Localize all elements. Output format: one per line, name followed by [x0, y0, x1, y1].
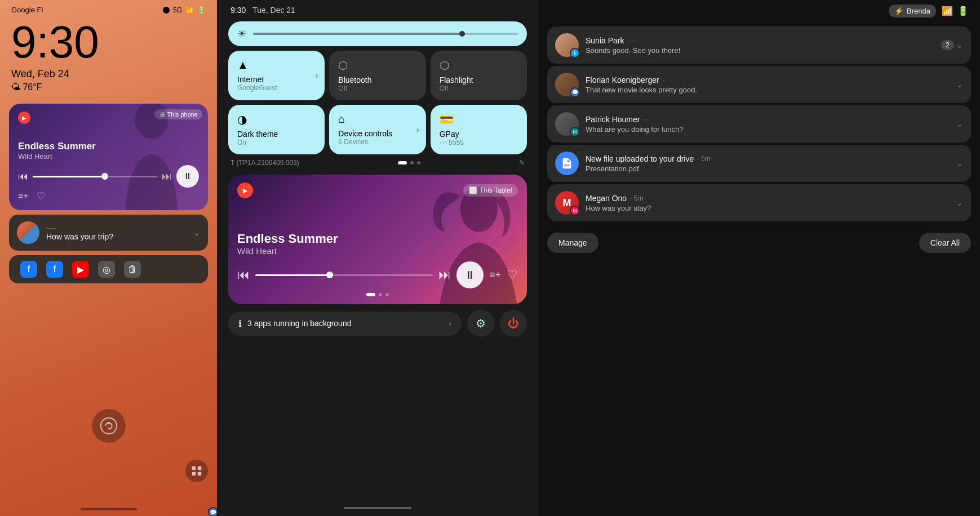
- expand-chevron-icon: ⌄: [956, 80, 963, 89]
- music-actions: ≡+ ♡: [18, 190, 199, 202]
- phone-notification-card[interactable]: 💬 ····· How was your trip? ⌄: [9, 215, 208, 251]
- like-icon[interactable]: ♡: [37, 190, 46, 202]
- brightness-thumb[interactable]: [459, 31, 465, 37]
- qs-time-date: 9:30 Tue, Dec 21: [230, 6, 295, 15]
- next-track-icon[interactable]: ⏭: [162, 171, 172, 183]
- qs-media-progress-bar[interactable]: [255, 274, 433, 276]
- sunia-message: Sounds good. See you there!: [586, 46, 934, 55]
- phone-status-icons: 5G 📶 🔋: [163, 6, 206, 14]
- media-dot-2: [379, 293, 382, 296]
- queue-icon[interactable]: ≡+: [18, 191, 29, 201]
- background-apps-button[interactable]: ℹ 3 apps running in background ›: [228, 312, 462, 336]
- tile-flashlight-label: Flashlight: [440, 75, 518, 84]
- tile-internet-label: Internet: [237, 75, 316, 84]
- phone-home-indicator: [81, 508, 137, 510]
- sunia-notif-body: Sunia Park ····· Sounds good. See you th…: [586, 36, 934, 55]
- tablet-icon: ⬜: [469, 186, 477, 194]
- megan-expand[interactable]: ⌄: [956, 198, 963, 207]
- brightness-track: [253, 33, 518, 35]
- music-app-icon: ▶: [18, 112, 30, 124]
- tile-dark-label: Dark theme: [237, 130, 316, 139]
- notification-item[interactable]: t Sunia Park ····· Sounds good. See you …: [547, 26, 971, 64]
- brightness-icon: ☀: [237, 28, 246, 40]
- power-button[interactable]: ⏻: [500, 310, 527, 337]
- edit-icon[interactable]: ✎: [519, 159, 525, 167]
- patrick-notif-body: Patrick Houmer ··· What are you doing fo…: [586, 115, 950, 134]
- tile-devices-sub: 6 Devices: [338, 138, 416, 146]
- dock-messages-icon[interactable]: ◎: [98, 261, 115, 278]
- fingerprint-sensor[interactable]: [92, 409, 126, 443]
- music-progress-bar[interactable]: [33, 176, 157, 177]
- notification-item[interactable]: M M Megan Ono · 5m How was your stay? ⌄: [547, 184, 971, 221]
- phone-carrier: Google Fi: [11, 6, 43, 14]
- qs-next-icon[interactable]: ⏭: [438, 268, 451, 282]
- manage-button[interactable]: Manage: [547, 233, 598, 253]
- notification-item[interactable]: 💬 Florian Koenigberger ·· That new movie…: [547, 66, 971, 103]
- device-controls-icon: ⌂: [338, 113, 416, 126]
- patrick-name: Patrick Houmer: [586, 115, 640, 124]
- qs-progress-fill: [255, 274, 326, 276]
- dot-2: [410, 161, 414, 164]
- media-dot-1: [366, 293, 375, 296]
- dock-trash-icon[interactable]: 🗑: [124, 261, 141, 278]
- tile-gpay-label: GPay: [440, 130, 518, 139]
- dock-youtube-icon[interactable]: ▶: [72, 261, 89, 278]
- bg-apps-label: 3 apps running in background: [247, 319, 351, 328]
- dark-theme-icon: ◑: [237, 113, 316, 126]
- qs-media-card[interactable]: ▶ ⬜ This Tablet Endless Summer Wild Hear…: [228, 175, 527, 304]
- wifi-icon: 📶: [942, 6, 953, 16]
- qs-queue-icon[interactable]: ≡+: [489, 269, 501, 281]
- expand-chevron-icon: ⌄: [956, 41, 963, 50]
- svg-rect-1: [192, 466, 196, 470]
- qs-media-song-artist: Wild Heart: [237, 246, 518, 256]
- info-icon: ℹ: [238, 318, 242, 329]
- drive-expand[interactable]: ⌄: [956, 159, 963, 168]
- clear-all-button[interactable]: Clear All: [919, 233, 971, 253]
- drive-message: Presentation.pdf: [586, 164, 950, 173]
- expand-chevron-icon: ⌄: [956, 198, 963, 207]
- signal-icon: 📶: [185, 6, 194, 14]
- media-dot-3: [385, 293, 389, 296]
- sunia-count-badge: 2: [941, 40, 954, 50]
- notification-item[interactable]: M Patrick Houmer ··· What are you doing …: [547, 105, 971, 143]
- bluetooth-icon: ⬡: [338, 59, 416, 72]
- qs-tile-flashlight[interactable]: ⬡ Flashlight Off: [431, 51, 527, 100]
- qs-tile-internet[interactable]: ▲ Internet GoogleGuest ›: [228, 51, 325, 100]
- notification-item[interactable]: New file uploaded to your drive · 5m Pre…: [547, 145, 971, 182]
- notifications-actions: Manage Clear All: [538, 226, 980, 257]
- qs-tile-device-controls[interactable]: ⌂ Device controls 6 Devices ›: [329, 105, 425, 154]
- qs-media-top-bar: ▶ ⬜ This Tablet: [237, 183, 518, 198]
- qs-tile-bluetooth[interactable]: ⬡ Bluetooth Off: [329, 51, 425, 100]
- tile-dark-sub: On: [237, 139, 316, 146]
- recent-apps-button[interactable]: [185, 460, 208, 482]
- qs-tile-gpay[interactable]: 💳 GPay ···· 5555: [431, 105, 527, 154]
- qs-media-app-icon: ▶: [237, 183, 253, 198]
- sunia-expand[interactable]: 2 ⌄: [941, 40, 963, 50]
- qs-tile-dark-theme[interactable]: ◑ Dark theme On: [228, 105, 325, 154]
- notif-sender-name: ·····: [46, 224, 187, 232]
- play-pause-button[interactable]: ⏸: [176, 165, 199, 188]
- dock-facebook2-icon[interactable]: f: [46, 261, 63, 278]
- patrick-expand[interactable]: ⌄: [956, 119, 963, 128]
- network-icon: 5G: [173, 6, 182, 14]
- qs-brightness-slider[interactable]: ☀: [228, 21, 527, 46]
- florian-name: Florian Koenigberger: [586, 75, 659, 84]
- phone-music-card[interactable]: ▶ 🖥 This phone Endless Summer Wild Heart…: [9, 104, 208, 210]
- patrick-message: What are you doing for lunch?: [586, 125, 950, 134]
- status-user-badge: ⚡ Brenda: [889, 5, 936, 17]
- qs-play-pause-button[interactable]: ⏸: [456, 261, 484, 288]
- phone-date: Wed, Feb 24: [0, 65, 217, 81]
- sunia-avatar: t: [555, 33, 579, 57]
- florian-dots: ··: [663, 76, 667, 84]
- dock-facebook-icon[interactable]: f: [20, 261, 37, 278]
- expand-icon[interactable]: ⌄: [193, 228, 200, 237]
- dot-1: [398, 161, 407, 164]
- qs-prev-icon[interactable]: ⏮: [237, 268, 250, 282]
- florian-expand[interactable]: ⌄: [956, 80, 963, 89]
- drive-notif-body: New file uploaded to your drive · 5m Pre…: [586, 154, 950, 173]
- prev-track-icon[interactable]: ⏮: [18, 171, 28, 183]
- qs-like-icon[interactable]: ♡: [507, 268, 518, 282]
- notif-status-icons: 📶 🔋: [942, 6, 969, 16]
- settings-button[interactable]: ⚙: [467, 310, 494, 337]
- notifications-list: t Sunia Park ····· Sounds good. See you …: [538, 22, 980, 226]
